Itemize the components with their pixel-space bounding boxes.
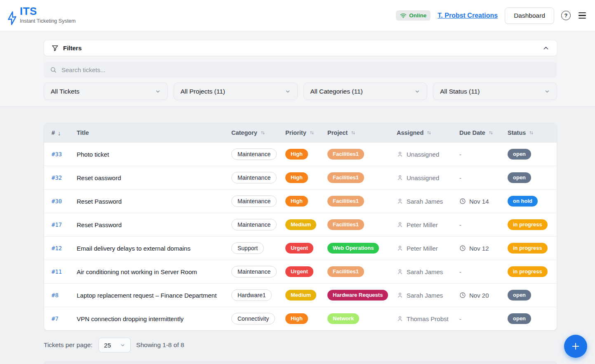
status-badge: open — [508, 313, 531, 324]
sort-desc-icon: ↓ — [58, 129, 61, 136]
project-badge: Hardware Requests — [327, 290, 388, 301]
due-date: - — [459, 174, 461, 181]
column-header-assigned[interactable]: Assigned — [397, 129, 459, 136]
status-badge: on hold — [508, 196, 538, 207]
sort-icon — [350, 130, 356, 136]
table-row[interactable]: #32 Reset oassword Maintenance High Faci… — [44, 166, 557, 189]
collapsed-panel-edge[interactable] — [44, 362, 557, 364]
column-header-due-date[interactable]: Due Date — [459, 129, 508, 136]
app-header: ITS Instant Ticketing System Online T. P… — [0, 0, 595, 31]
add-ticket-fab[interactable] — [564, 335, 587, 358]
person-icon — [397, 245, 403, 251]
ticket-id-link[interactable]: #11 — [52, 268, 62, 275]
assigned-name: Sarah James — [407, 268, 443, 275]
column-header-id[interactable]: # ↓ — [44, 129, 77, 136]
filters-title: Filters — [63, 45, 82, 52]
project-badge: Network — [327, 313, 359, 324]
projects-filter-dropdown[interactable]: All Projects (11) — [174, 82, 298, 100]
plus-icon — [571, 342, 580, 351]
table-row[interactable]: #33 Photo ticket Maintenance High Facili… — [44, 142, 557, 166]
table-row[interactable]: #12 Email delivery delays to external do… — [44, 236, 557, 260]
project-badge: Web Operations — [327, 243, 379, 254]
online-status-badge: Online — [396, 10, 430, 21]
ticket-id-link[interactable]: #7 — [52, 315, 59, 322]
app-subtitle: Instant Ticketing System — [20, 18, 75, 24]
sort-icon — [309, 130, 315, 136]
help-icon[interactable]: ? — [561, 11, 571, 20]
ticket-title: Reset oassword — [77, 174, 121, 181]
filters-panel-header[interactable]: Filters — [44, 40, 557, 56]
status-badge: in progress — [508, 219, 548, 230]
project-badge: Facilities1 — [327, 149, 364, 160]
sort-icon — [260, 130, 266, 136]
showing-range-text: Showing 1-8 of 8 — [136, 341, 184, 349]
clock-icon — [459, 198, 466, 204]
table-row[interactable]: #11 Air conditioning not working in Serv… — [44, 260, 557, 283]
sort-icon — [426, 130, 432, 136]
person-icon — [397, 151, 403, 157]
ticket-id-link[interactable]: #12 — [52, 245, 62, 251]
chevron-down-icon — [414, 89, 420, 94]
status-filter-value: All Status (11) — [440, 88, 480, 95]
status-badge: open — [508, 149, 531, 160]
priority-badge: High — [285, 196, 308, 207]
table-row[interactable]: #8 Laptop replacement request – Finance … — [44, 283, 557, 307]
category-badge: Maintenance — [231, 148, 277, 160]
person-icon — [397, 198, 403, 204]
category-badge: Maintenance — [231, 266, 277, 277]
due-date: Nov 12 — [469, 245, 489, 252]
dashboard-button[interactable]: Dashboard — [505, 7, 554, 24]
chevron-up-icon[interactable] — [543, 45, 549, 52]
pagination-bar: Tickets per page: 25 Showing 1-8 of 8 — [44, 338, 557, 352]
table-row[interactable]: #17 Reset Password Maintenance Medium Fa… — [44, 213, 557, 236]
chevron-down-icon — [155, 89, 161, 94]
funnel-icon — [52, 45, 59, 52]
ticket-id-link[interactable]: #30 — [52, 198, 62, 204]
column-header-priority[interactable]: Priority — [285, 129, 327, 136]
column-header-title[interactable]: Title — [77, 129, 231, 136]
projects-filter-value: All Projects (11) — [181, 88, 225, 95]
project-badge: Facilities1 — [327, 172, 364, 183]
person-icon — [397, 221, 403, 228]
ticket-title: Reset Password — [77, 198, 122, 205]
column-header-status[interactable]: Status — [508, 129, 557, 136]
assigned-name: Sarah James — [407, 198, 443, 205]
clock-icon — [459, 292, 466, 298]
column-header-project[interactable]: Project — [327, 129, 397, 136]
account-link[interactable]: T. Probst Creations — [437, 12, 498, 19]
status-filter-dropdown[interactable]: All Status (11) — [433, 82, 557, 100]
ticket-title: Photo ticket — [77, 151, 109, 158]
ticket-id-link[interactable]: #17 — [52, 221, 62, 228]
tickets-filter-dropdown[interactable]: All Tickets — [44, 82, 168, 100]
chevron-down-icon — [285, 89, 291, 94]
status-badge: open — [508, 290, 531, 301]
ticket-title: Reset Password — [77, 221, 122, 228]
due-date: Nov 20 — [469, 292, 489, 299]
chevron-down-icon — [120, 343, 125, 348]
table-row[interactable]: #7 VPN connection dropping intermittentl… — [44, 307, 557, 330]
ticket-id-link[interactable]: #32 — [52, 174, 62, 181]
chevron-down-icon — [544, 89, 550, 94]
categories-filter-dropdown[interactable]: All Categories (11) — [303, 82, 428, 100]
due-date: - — [459, 221, 461, 228]
ticket-title: Laptop replacement request – Finance Dep… — [77, 292, 216, 299]
per-page-select[interactable]: 25 — [99, 338, 131, 352]
app-logo: ITS Instant Ticketing System — [6, 6, 75, 26]
person-icon — [397, 174, 403, 181]
tickets-filter-value: All Tickets — [51, 88, 80, 95]
ticket-title: Air conditioning not working in Server R… — [77, 268, 197, 275]
category-badge: Maintenance — [231, 195, 277, 207]
hamburger-menu-icon[interactable] — [578, 11, 587, 20]
search-icon — [50, 66, 57, 73]
status-badge: open — [508, 172, 531, 183]
column-header-category[interactable]: Category — [231, 129, 285, 136]
search-input[interactable] — [61, 66, 551, 73]
project-badge: Facilities1 — [327, 219, 364, 230]
tickets-table: # ↓ Title Category Priority Project — [44, 123, 557, 331]
ticket-id-link[interactable]: #33 — [52, 151, 62, 157]
category-badge: Connectivity — [231, 313, 275, 324]
person-icon — [397, 268, 403, 275]
table-row[interactable]: #30 Reset Password Maintenance High Faci… — [44, 189, 557, 213]
due-date: Nov 14 — [469, 198, 489, 205]
ticket-id-link[interactable]: #8 — [52, 292, 59, 298]
